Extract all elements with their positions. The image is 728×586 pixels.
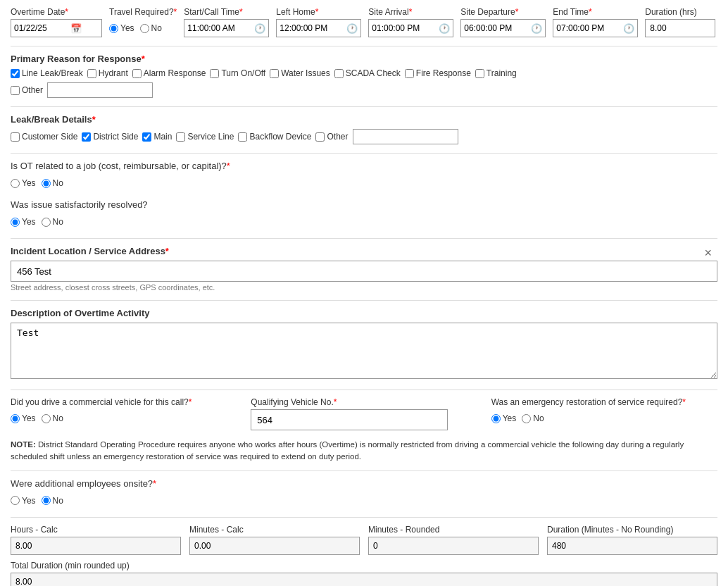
checkbox-fire-response-input[interactable] bbox=[405, 69, 414, 78]
travel-required-field: Travel Required?* Yes No bbox=[109, 7, 177, 37]
left-home-input[interactable] bbox=[277, 20, 344, 36]
additional-no-radio[interactable] bbox=[42, 496, 51, 505]
lb-other-text-input[interactable] bbox=[353, 129, 458, 144]
issue-resolved-no-radio[interactable] bbox=[42, 218, 51, 227]
checkbox-training[interactable]: Training bbox=[475, 68, 517, 78]
checkbox-other-primary-input[interactable] bbox=[11, 86, 20, 95]
travel-yes-radio[interactable] bbox=[109, 24, 118, 33]
leak-break-title: Leak/Break Details* bbox=[11, 114, 717, 125]
vehicle-no-input[interactable] bbox=[251, 409, 448, 430]
issue-resolved-yes-option[interactable]: Yes bbox=[11, 217, 36, 227]
ot-related-yes-radio[interactable] bbox=[11, 179, 20, 188]
checkbox-alarm-response-input[interactable] bbox=[132, 69, 142, 78]
calendar-icon[interactable]: 📅 bbox=[68, 22, 84, 35]
checkbox-water-issues-input[interactable] bbox=[270, 69, 279, 78]
minutes-rounded-field: Minutes - Rounded bbox=[368, 525, 539, 555]
additional-employees-title: Were additional employees onsite?* bbox=[11, 478, 717, 489]
travel-required-label: Travel Required?* bbox=[109, 7, 177, 17]
description-textarea[interactable]: Test bbox=[11, 323, 717, 379]
checkbox-hydrant-input[interactable] bbox=[87, 69, 96, 78]
drive-no-option[interactable]: No bbox=[42, 413, 63, 423]
drive-no-radio[interactable] bbox=[42, 414, 51, 423]
start-call-time-input[interactable] bbox=[184, 20, 251, 36]
primary-reason-section: Primary Reason for Response* Line Leak/B… bbox=[11, 54, 717, 98]
checkbox-district-side[interactable]: District Side bbox=[82, 132, 138, 142]
checkbox-district-side-input[interactable] bbox=[82, 132, 91, 142]
clock-icon-2[interactable]: 🕐 bbox=[344, 22, 360, 35]
start-call-time-input-wrap[interactable]: 🕐 bbox=[184, 19, 269, 37]
checkbox-line-leak-break-input[interactable] bbox=[11, 69, 20, 78]
additional-yes-option[interactable]: Yes bbox=[11, 496, 36, 506]
overtime-date-input-wrap[interactable]: 📅 bbox=[11, 19, 102, 37]
drive-yes-radio[interactable] bbox=[11, 414, 20, 423]
ot-related-radio-group: Yes No bbox=[11, 174, 717, 192]
site-departure-input-wrap[interactable]: 🕐 bbox=[460, 19, 546, 37]
checkbox-service-line[interactable]: Service Line bbox=[176, 132, 234, 142]
travel-no-radio[interactable] bbox=[140, 24, 149, 33]
checkbox-hydrant[interactable]: Hydrant bbox=[87, 68, 128, 78]
ot-related-no-radio[interactable] bbox=[42, 179, 51, 188]
incident-location-input[interactable] bbox=[11, 261, 717, 282]
emergency-yes-option[interactable]: Yes bbox=[491, 413, 517, 423]
clock-icon-4[interactable]: 🕐 bbox=[528, 22, 545, 35]
end-time-input[interactable] bbox=[553, 20, 620, 36]
checkbox-training-input[interactable] bbox=[475, 69, 484, 78]
clock-icon-5[interactable]: 🕐 bbox=[620, 22, 637, 35]
checkbox-backflow-device-input[interactable] bbox=[238, 132, 247, 142]
description-title: Description of Overtime Activity bbox=[11, 308, 717, 318]
incident-location-section: Incident Location / Service Address* × S… bbox=[11, 246, 717, 292]
checkbox-other-primary[interactable]: Other bbox=[11, 85, 43, 95]
site-arrival-field: Site Arrival* 🕐 bbox=[368, 7, 453, 37]
clock-icon-3[interactable]: 🕐 bbox=[436, 22, 453, 35]
minutes-calc-label: Minutes - Calc bbox=[189, 525, 360, 535]
issue-resolved-no-option[interactable]: No bbox=[42, 217, 63, 227]
overtime-date-input[interactable] bbox=[11, 20, 68, 36]
close-button[interactable]: × bbox=[698, 246, 717, 261]
left-home-field: Left Home* 🕐 bbox=[276, 7, 361, 37]
drive-yes-option[interactable]: Yes bbox=[11, 413, 36, 423]
end-time-input-wrap[interactable]: 🕐 bbox=[553, 19, 638, 37]
checkbox-main[interactable]: Main bbox=[142, 132, 172, 142]
note-text: NOTE: District Standard Operating Proced… bbox=[11, 439, 717, 463]
checkbox-alarm-response[interactable]: Alarm Response bbox=[132, 68, 206, 78]
travel-no-option[interactable]: No bbox=[140, 23, 162, 33]
emergency-no-option[interactable]: No bbox=[522, 413, 544, 423]
left-home-input-wrap[interactable]: 🕐 bbox=[276, 19, 361, 37]
checkbox-scada-check-input[interactable] bbox=[334, 69, 344, 78]
clock-icon-1[interactable]: 🕐 bbox=[251, 22, 268, 35]
site-arrival-input[interactable] bbox=[369, 20, 436, 36]
checkbox-customer-side-input[interactable] bbox=[11, 132, 20, 142]
site-arrival-input-wrap[interactable]: 🕐 bbox=[368, 19, 453, 37]
checkbox-lb-other[interactable]: Other bbox=[315, 132, 348, 142]
start-call-time-field: Start/Call Time* 🕐 bbox=[184, 7, 269, 37]
emergency-yes-radio[interactable] bbox=[491, 414, 501, 423]
emergency-no-radio[interactable] bbox=[522, 414, 531, 423]
checkbox-turn-on-off[interactable]: Turn On/Off bbox=[210, 68, 265, 78]
checkbox-water-issues[interactable]: Water Issues bbox=[270, 68, 330, 78]
checkbox-lb-other-input[interactable] bbox=[315, 132, 325, 142]
primary-reason-title: Primary Reason for Response* bbox=[11, 54, 717, 64]
additional-no-option[interactable]: No bbox=[42, 496, 63, 506]
checkbox-fire-response[interactable]: Fire Response bbox=[405, 68, 471, 78]
checkbox-line-leak-break[interactable]: Line Leak/Break bbox=[11, 68, 83, 78]
checkbox-main-input[interactable] bbox=[142, 132, 151, 142]
site-departure-input[interactable] bbox=[461, 20, 528, 36]
site-arrival-label: Site Arrival* bbox=[368, 7, 453, 17]
other-primary-text-input[interactable] bbox=[47, 82, 153, 98]
hours-calc-input bbox=[11, 537, 181, 555]
checkbox-customer-side[interactable]: Customer Side bbox=[11, 132, 77, 142]
checkbox-backflow-device[interactable]: Backflow Device bbox=[238, 132, 311, 142]
additional-yes-radio[interactable] bbox=[11, 496, 20, 505]
ot-related-section: Is OT related to a job (cost, reimbursab… bbox=[11, 161, 717, 192]
ot-related-no-option[interactable]: No bbox=[42, 178, 63, 188]
checkbox-service-line-input[interactable] bbox=[176, 132, 185, 142]
minutes-calc-field: Minutes - Calc bbox=[189, 525, 360, 555]
duration-input[interactable] bbox=[645, 19, 715, 37]
travel-yes-option[interactable]: Yes bbox=[109, 23, 134, 33]
checkbox-scada-check[interactable]: SCADA Check bbox=[334, 68, 401, 78]
ot-related-yes-option[interactable]: Yes bbox=[11, 178, 36, 188]
leak-break-section: Leak/Break Details* Customer Side Distri… bbox=[11, 114, 717, 144]
checkbox-turn-on-off-input[interactable] bbox=[210, 69, 219, 78]
start-call-time-label: Start/Call Time* bbox=[184, 7, 269, 17]
issue-resolved-yes-radio[interactable] bbox=[11, 218, 20, 227]
